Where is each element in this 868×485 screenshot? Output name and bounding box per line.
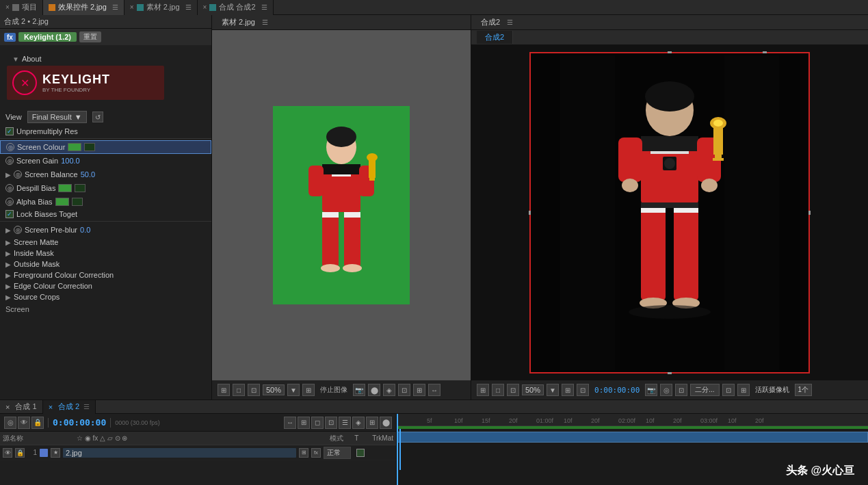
tl-tab-comp2[interactable]: × 合成 2 ☰ (43, 400, 96, 414)
middle-menu-icon[interactable]: ☰ (262, 18, 268, 26)
split-dropdown[interactable]: 二分... (690, 384, 719, 396)
view-mode-btn[interactable]: ⊞ (302, 384, 315, 396)
zoom-camera-btn[interactable]: ⊡ (248, 384, 260, 396)
source-menu-icon[interactable]: ☰ (185, 3, 192, 11)
screen-colour-stopwatch[interactable]: ◎ (6, 143, 14, 151)
screen-colour-pipette[interactable] (84, 143, 95, 151)
close-project[interactable]: × (5, 3, 10, 11)
camera-snap-btn[interactable]: 📷 (353, 384, 365, 396)
tab-composition[interactable]: × 合成 合成2 ☰ (198, 0, 274, 15)
tl-lock-btn[interactable]: 🔒 (31, 417, 44, 429)
comp-zoom-grid-btn[interactable]: ⊞ (477, 384, 489, 396)
preblur-value[interactable]: 0.0 (80, 226, 90, 234)
despill-pipette[interactable] (75, 184, 86, 192)
tl-menu-icon[interactable]: ☰ (83, 403, 90, 410)
layer-name[interactable]: 2.jpg (63, 448, 296, 458)
tab-source[interactable]: × 素材 2.jpg ☰ (124, 0, 198, 15)
despill-stopwatch[interactable]: ◎ (5, 184, 14, 192)
alpha-pipette[interactable] (72, 198, 83, 206)
source-viewer[interactable] (212, 30, 471, 380)
fx-name[interactable]: Keylight (1.2) (18, 32, 77, 42)
screen-gain-value[interactable]: 100.0 (61, 157, 80, 165)
screen-gain-stopwatch[interactable]: ◎ (5, 157, 14, 165)
zoom-expand-btn[interactable]: ▼ (287, 384, 300, 396)
about-row[interactable]: ▼ About (7, 52, 205, 66)
tl-tab-comp1[interactable]: × 合成 1 (0, 400, 43, 414)
source-crops-arrow[interactable]: ▶ (5, 293, 11, 301)
outside-mask-arrow[interactable]: ▶ (5, 261, 11, 268)
tl-layer-bar[interactable] (397, 432, 868, 443)
tl-layer-row[interactable]: 👁 🔒 1 ★ 2.jpg ⊞ fx 正常 (0, 445, 396, 460)
tl-tool3[interactable]: ◻ (311, 417, 324, 429)
tl-tool8[interactable]: ⬤ (380, 417, 392, 429)
tool-btn4[interactable]: ⊞ (413, 384, 425, 396)
inside-mask-section[interactable]: ▶ Inside Mask (0, 248, 211, 259)
comp-tool3[interactable]: ⊡ (722, 384, 735, 396)
about-arrow[interactable]: ▼ (12, 55, 19, 63)
tl-tool6[interactable]: ◈ (352, 417, 365, 429)
comp-timecode[interactable]: 0:00:00:00 (592, 386, 642, 395)
outside-mask-section[interactable]: ▶ Outside Mask (0, 259, 211, 270)
foreground-section[interactable]: ▶ Foreground Colour Correction (0, 270, 211, 280)
view-reset-icon[interactable]: ↺ (92, 112, 103, 122)
source-crops-section[interactable]: ▶ Source Crops (0, 291, 211, 302)
unpremultiply-checkbox[interactable]: ✓ (5, 127, 14, 135)
tl-hide-btn[interactable]: 👁 (18, 417, 30, 429)
tl-solo-btn[interactable]: ◎ (4, 417, 16, 429)
comp-cam-btn[interactable]: ⊡ (507, 384, 519, 396)
comp-zoom-pct[interactable]: 50% (522, 384, 544, 395)
layer-color[interactable] (40, 449, 48, 457)
view-count-dropdown[interactable]: 1个 (795, 384, 813, 396)
comp-snap[interactable]: ⊡ (577, 384, 589, 396)
comp-tool1[interactable]: ◎ (660, 384, 672, 396)
zoom-percent[interactable]: 50% (263, 384, 285, 395)
screen-colour-row[interactable]: ◎ Screen Colour (0, 140, 211, 154)
tool-btn3[interactable]: ⊡ (398, 384, 410, 396)
zoom-grid-btn[interactable]: ⊞ (218, 384, 230, 396)
edge-arrow[interactable]: ▶ (5, 283, 11, 290)
tool-btn5[interactable]: ↔ (428, 384, 440, 396)
tl-timecode[interactable]: 0:00:00:00 (53, 417, 106, 428)
tl-tool2[interactable]: ⊞ (298, 417, 310, 429)
screen-balance-arrow[interactable]: ▶ (5, 171, 11, 179)
layer-lock-btn[interactable]: 🔒 (15, 448, 25, 458)
inside-mask-arrow[interactable]: ▶ (5, 250, 11, 257)
tl-tool5[interactable]: ☰ (339, 417, 351, 429)
despill-bias-row[interactable]: ◎ Despill Bias (0, 181, 211, 195)
tl-playhead[interactable] (399, 429, 401, 470)
tab-menu-icon[interactable]: ☰ (112, 3, 118, 11)
comp-zoom-fit-btn[interactable]: □ (492, 384, 504, 396)
tl-tool1[interactable]: ↔ (284, 417, 296, 429)
tab-project[interactable]: × 项目 (0, 0, 43, 15)
alpha-swatch[interactable] (55, 198, 69, 206)
tool-btn2[interactable]: ◈ (383, 384, 395, 396)
alpha-bias-row[interactable]: ◎ Alpha Bias (0, 195, 211, 209)
layer-T-checkbox[interactable] (356, 449, 365, 457)
alpha-stopwatch[interactable]: ◎ (5, 198, 14, 206)
reset-button[interactable]: 重置 (79, 31, 101, 42)
screen-balance-value[interactable]: 50.0 (81, 170, 95, 179)
layer-parent-btn[interactable]: ⊞ (299, 448, 308, 458)
screen-colour-swatch[interactable] (68, 143, 81, 151)
tool-btn1[interactable]: ⬤ (368, 384, 380, 396)
comp-tool2[interactable]: ⊡ (675, 384, 687, 396)
close-source[interactable]: × (130, 3, 134, 11)
screen-balance-row[interactable]: ▶ ◎ Screen Balance 50.0 (0, 168, 211, 181)
despill-swatch[interactable] (58, 184, 72, 192)
screen-balance-stopwatch[interactable]: ◎ (14, 170, 22, 179)
edge-colour-section[interactable]: ▶ Edge Colour Correction (0, 280, 211, 291)
preblur-stopwatch[interactable]: ◎ (14, 226, 22, 234)
comp-tool4[interactable]: ⊞ (737, 384, 750, 396)
screen-matte-section[interactable]: ▶ Screen Matte (0, 237, 211, 248)
lock-biases-checkbox[interactable]: ✓ (5, 210, 14, 218)
comp-menu-icon[interactable]: ☰ (261, 3, 267, 11)
screen-gain-row[interactable]: ◎ Screen Gain 100.0 (0, 154, 211, 168)
tl-close-comp2[interactable]: × (49, 403, 53, 411)
view-dropdown[interactable]: Final Result ▼ (27, 111, 87, 123)
layer-eye-btn[interactable]: 👁 (3, 448, 12, 458)
right-menu-icon[interactable]: ☰ (507, 18, 513, 26)
tl-tool4[interactable]: ⊡ (325, 417, 337, 429)
comp-zoom-arr[interactable]: ▼ (547, 384, 559, 396)
tl-tool7[interactable]: ⊞ (366, 417, 378, 429)
layer-mode[interactable]: 正常 (324, 447, 351, 459)
